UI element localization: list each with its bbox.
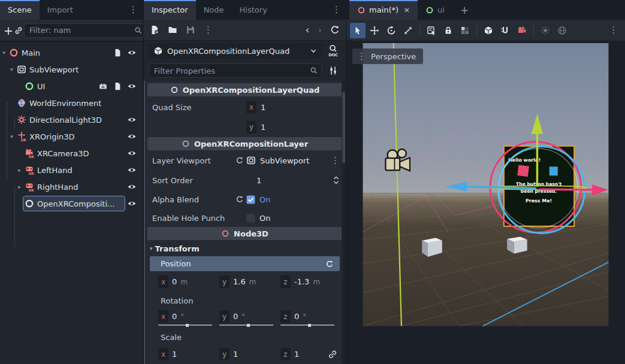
- visibility-toggle[interactable]: [125, 180, 139, 194]
- tree-row-ui[interactable]: UI: [0, 78, 143, 95]
- load-resource-folder-icon[interactable]: [168, 25, 177, 35]
- rotation-x-field[interactable]: x 0 °: [158, 310, 216, 323]
- slider-handle[interactable]: [308, 324, 311, 327]
- tree-row-openxrcomposition[interactable]: OpenXRCompositi...: [0, 195, 143, 212]
- expand-icon[interactable]: ▸: [16, 184, 23, 190]
- slider-handle[interactable]: [247, 324, 250, 327]
- scene-dock-menu-icon[interactable]: ⋮: [129, 5, 138, 14]
- tree-row-subviewport[interactable]: ▾ SubViewport: [0, 61, 143, 78]
- section-openxrcompositionlayer[interactable]: OpenXRCompositionLayer: [147, 137, 342, 150]
- preview-camera-button[interactable]: [514, 23, 530, 38]
- tree-row-main[interactable]: ▾ Main: [0, 44, 143, 61]
- selected-tree-node[interactable]: OpenXRCompositi...: [23, 196, 125, 211]
- history-forward-icon[interactable]: ›: [318, 25, 322, 35]
- visibility-toggle[interactable]: [125, 163, 139, 177]
- link-scale-icon[interactable]: [328, 350, 337, 359]
- rotation-y-field[interactable]: y 0 °: [219, 310, 277, 323]
- edit-history-icon[interactable]: [330, 25, 340, 35]
- inspector-tools-button[interactable]: [325, 63, 341, 78]
- viewport-menu-button[interactable]: ⋮: [606, 23, 621, 38]
- tab-node[interactable]: Node: [196, 0, 232, 20]
- inspector-dock-menu-icon[interactable]: ⋮: [332, 5, 341, 14]
- sort-order-field[interactable]: 1: [256, 176, 328, 185]
- tab-import[interactable]: Import: [40, 0, 81, 20]
- position-x-field[interactable]: x 0 m: [158, 275, 216, 288]
- section-openxrcompositionlayerquad[interactable]: OpenXRCompositionLayerQuad: [147, 83, 342, 96]
- resource-menu-icon[interactable]: ⋮: [204, 26, 213, 35]
- visibility-toggle[interactable]: [125, 129, 139, 144]
- instantiate-scene-button[interactable]: [14, 23, 23, 38]
- revert-button[interactable]: [233, 195, 246, 204]
- new-resource-icon[interactable]: [150, 25, 159, 35]
- visibility-toggle[interactable]: [125, 113, 139, 127]
- environment-settings-button[interactable]: [554, 23, 570, 38]
- scale-y-field[interactable]: y 1: [219, 348, 277, 360]
- script-button[interactable]: [110, 79, 125, 93]
- collapse-icon[interactable]: ▾: [8, 66, 16, 72]
- tab-main-scene[interactable]: main(*) ×: [349, 0, 418, 20]
- slider-handle[interactable]: [186, 324, 189, 327]
- revert-button[interactable]: [233, 156, 246, 165]
- position-y-field[interactable]: y 1.6 m: [219, 275, 277, 288]
- move-mode-button[interactable]: [367, 23, 382, 38]
- tree-row-righthand[interactable]: ▸ XR RightHand: [0, 178, 143, 195]
- scale-mode-button[interactable]: [400, 23, 416, 38]
- collapse-icon[interactable]: ▾: [8, 134, 16, 139]
- section-node3d[interactable]: Node3D: [147, 227, 342, 240]
- snap-button[interactable]: [497, 23, 513, 38]
- layer-viewport-value[interactable]: SubViewport ⋮: [246, 156, 340, 165]
- history-back-icon[interactable]: ‹: [305, 25, 309, 35]
- rotation-slider[interactable]: [158, 324, 212, 326]
- sun-settings-button[interactable]: [538, 23, 553, 38]
- rotate-mode-button[interactable]: [384, 23, 399, 38]
- selectable-list-button[interactable]: [424, 23, 439, 38]
- new-scene-tab-button[interactable]: +: [452, 0, 476, 20]
- visibility-toggle[interactable]: [125, 46, 139, 60]
- stepper-icon[interactable]: [333, 175, 340, 185]
- tree-row-xrorigin3d[interactable]: ▾ XR XROrigin3D: [0, 128, 143, 145]
- rotation-slider[interactable]: [280, 324, 334, 326]
- revert-icon[interactable]: [325, 260, 334, 268]
- node-type-dropdown[interactable]: OpenXRCompositionLayerQuad: [149, 43, 322, 59]
- viewport-3d[interactable]: Hello world! The button hasn't been pres…: [346, 43, 625, 364]
- expand-icon[interactable]: ▸: [16, 167, 23, 173]
- tree-row-directionallight3d[interactable]: DirectionalLight3D: [0, 111, 143, 128]
- add-node-button[interactable]: +: [4, 23, 13, 38]
- save-resource-icon[interactable]: [186, 25, 195, 35]
- rotation-slider[interactable]: [219, 324, 273, 326]
- perspective-menu[interactable]: ⋮ Perspective: [352, 48, 423, 64]
- visibility-toggle[interactable]: [125, 79, 139, 93]
- tree-row-lefthand[interactable]: ▸ XR LeftHand: [0, 162, 143, 178]
- quad-size-x-field[interactable]: 1: [261, 103, 265, 112]
- inspector-scrollbar[interactable]: [342, 81, 346, 364]
- scene-cube[interactable]: [507, 237, 527, 254]
- rotation-z-field[interactable]: z 0 °: [280, 310, 338, 323]
- select-mode-button[interactable]: [350, 23, 366, 38]
- checkbox-checked-icon[interactable]: [246, 195, 255, 204]
- tree-row-worldenvironment[interactable]: WorldEnvironment: [0, 95, 143, 111]
- tab-scene[interactable]: Scene: [0, 0, 40, 20]
- gizmo-x-axis-arrow[interactable]: [539, 189, 592, 190]
- tab-ui-scene[interactable]: ui: [418, 0, 452, 20]
- scale-x-field[interactable]: x 1: [158, 348, 216, 360]
- collapse-icon[interactable]: ▾: [0, 50, 8, 56]
- scene-render[interactable]: Hello world! The button hasn't been pres…: [346, 43, 625, 364]
- property-position[interactable]: Position: [150, 256, 340, 271]
- local-space-button[interactable]: [481, 23, 496, 38]
- visibility-toggle[interactable]: [125, 196, 139, 211]
- open-docs-button[interactable]: DOC: [325, 43, 341, 59]
- close-tab-icon[interactable]: ×: [403, 5, 410, 14]
- visibility-toggle[interactable]: [125, 146, 139, 160]
- camera-gizmo-icon[interactable]: [385, 149, 410, 171]
- checkbox-unchecked-icon[interactable]: [246, 214, 255, 223]
- property-filter-input[interactable]: [149, 63, 322, 78]
- quad-size-y-field[interactable]: 1: [261, 123, 265, 132]
- tab-inspector[interactable]: Inspector: [144, 0, 196, 20]
- preview-button[interactable]: [96, 79, 110, 93]
- transform-group[interactable]: ▾ Transform: [147, 243, 342, 254]
- lock-node-button[interactable]: [440, 23, 456, 38]
- script-button[interactable]: [110, 46, 125, 60]
- position-z-field[interactable]: z -1.3 m: [280, 275, 338, 288]
- tree-row-xrcamera3d[interactable]: XR XRCamera3D: [0, 145, 143, 162]
- group-node-button[interactable]: [457, 23, 473, 38]
